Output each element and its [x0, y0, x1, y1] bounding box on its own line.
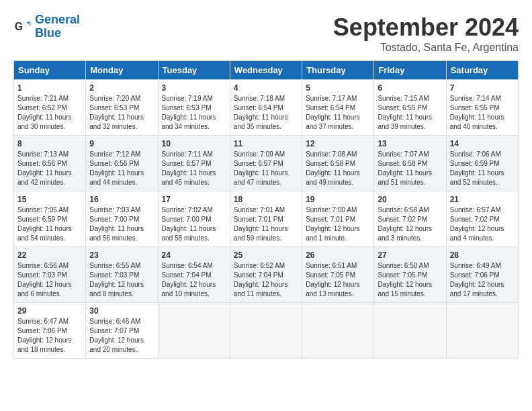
- calendar-cell: [230, 303, 302, 359]
- day-info: Sunrise: 6:46 AMSunset: 7:07 PMDaylight:…: [89, 317, 154, 355]
- day-info: Sunrise: 6:56 AMSunset: 7:03 PMDaylight:…: [17, 261, 82, 299]
- day-number: 6: [378, 83, 442, 93]
- calendar-week-4: 22Sunrise: 6:56 AMSunset: 7:03 PMDayligh…: [14, 247, 519, 303]
- calendar-week-1: 1Sunrise: 7:21 AMSunset: 6:52 PMDaylight…: [14, 80, 519, 136]
- day-info: Sunrise: 7:14 AMSunset: 6:55 PMDaylight:…: [450, 94, 515, 132]
- day-number: 25: [234, 250, 298, 260]
- calendar-cell: [446, 303, 518, 359]
- day-info: Sunrise: 6:47 AMSunset: 7:06 PMDaylight:…: [17, 317, 82, 355]
- calendar-cell: 29Sunrise: 6:47 AMSunset: 7:06 PMDayligh…: [14, 303, 86, 359]
- day-info: Sunrise: 7:01 AMSunset: 7:01 PMDaylight:…: [234, 205, 298, 243]
- header-saturday: Saturday: [446, 61, 518, 80]
- day-info: Sunrise: 7:06 AMSunset: 6:59 PMDaylight:…: [450, 150, 515, 187]
- calendar-cell: 13Sunrise: 7:07 AMSunset: 6:58 PMDayligh…: [374, 136, 446, 191]
- day-number: 21: [450, 195, 515, 204]
- calendar-cell: 20Sunrise: 6:58 AMSunset: 7:02 PMDayligh…: [374, 191, 446, 247]
- calendar-week-2: 8Sunrise: 7:13 AMSunset: 6:56 PMDaylight…: [14, 136, 519, 191]
- calendar-cell: 17Sunrise: 7:02 AMSunset: 7:00 PMDayligh…: [158, 191, 230, 247]
- day-number: 20: [378, 195, 442, 204]
- logo: G General Blue: [13, 13, 80, 40]
- calendar-week-5: 29Sunrise: 6:47 AMSunset: 7:06 PMDayligh…: [14, 303, 519, 359]
- calendar-cell: 4Sunrise: 7:18 AMSunset: 6:54 PMDaylight…: [230, 80, 302, 136]
- header-thursday: Thursday: [302, 61, 374, 80]
- day-info: Sunrise: 6:50 AMSunset: 7:05 PMDaylight:…: [378, 261, 442, 299]
- calendar-cell: 9Sunrise: 7:12 AMSunset: 6:56 PMDaylight…: [86, 136, 158, 191]
- day-info: Sunrise: 7:11 AMSunset: 6:57 PMDaylight:…: [162, 150, 226, 187]
- day-number: 22: [17, 250, 82, 260]
- day-info: Sunrise: 7:02 AMSunset: 7:00 PMDaylight:…: [162, 205, 226, 243]
- calendar-cell: 15Sunrise: 7:05 AMSunset: 6:59 PMDayligh…: [14, 191, 86, 247]
- calendar-cell: 8Sunrise: 7:13 AMSunset: 6:56 PMDaylight…: [14, 136, 86, 191]
- day-number: 27: [378, 250, 442, 260]
- day-number: 8: [17, 139, 82, 148]
- day-info: Sunrise: 6:58 AMSunset: 7:02 PMDaylight:…: [378, 205, 442, 243]
- day-number: 15: [17, 195, 82, 204]
- calendar-cell: 14Sunrise: 7:06 AMSunset: 6:59 PMDayligh…: [446, 136, 518, 191]
- calendar-cell: 28Sunrise: 6:49 AMSunset: 7:06 PMDayligh…: [446, 247, 518, 303]
- header-tuesday: Tuesday: [158, 61, 230, 80]
- day-info: Sunrise: 7:05 AMSunset: 6:59 PMDaylight:…: [17, 205, 82, 243]
- calendar-cell: 23Sunrise: 6:55 AMSunset: 7:03 PMDayligh…: [86, 247, 158, 303]
- day-number: 1: [17, 83, 82, 93]
- location-subtitle: Tostado, Santa Fe, Argentina: [333, 42, 519, 54]
- calendar-cell: 16Sunrise: 7:03 AMSunset: 7:00 PMDayligh…: [86, 191, 158, 247]
- day-number: 10: [162, 139, 226, 148]
- header-sunday: Sunday: [14, 61, 86, 80]
- day-number: 11: [234, 139, 298, 148]
- day-number: 14: [450, 139, 515, 148]
- day-info: Sunrise: 7:08 AMSunset: 6:58 PMDaylight:…: [306, 150, 370, 187]
- day-number: 30: [89, 306, 154, 316]
- svg-text:G: G: [15, 21, 23, 32]
- day-info: Sunrise: 7:09 AMSunset: 6:57 PMDaylight:…: [234, 150, 298, 187]
- calendar-cell: 1Sunrise: 7:21 AMSunset: 6:52 PMDaylight…: [14, 80, 86, 136]
- calendar-cell: 12Sunrise: 7:08 AMSunset: 6:58 PMDayligh…: [302, 136, 374, 191]
- calendar-cell: [158, 303, 230, 359]
- page-header: G General Blue September 2024 Tostado, S…: [13, 13, 519, 54]
- day-info: Sunrise: 6:55 AMSunset: 7:03 PMDaylight:…: [89, 261, 154, 299]
- day-info: Sunrise: 6:54 AMSunset: 7:04 PMDaylight:…: [162, 261, 226, 299]
- day-info: Sunrise: 7:07 AMSunset: 6:58 PMDaylight:…: [378, 150, 442, 187]
- day-number: 4: [234, 83, 298, 93]
- day-number: 5: [306, 83, 370, 93]
- day-number: 12: [306, 139, 370, 148]
- day-info: Sunrise: 6:49 AMSunset: 7:06 PMDaylight:…: [450, 261, 515, 299]
- day-info: Sunrise: 7:15 AMSunset: 6:55 PMDaylight:…: [378, 94, 442, 132]
- calendar-cell: 10Sunrise: 7:11 AMSunset: 6:57 PMDayligh…: [158, 136, 230, 191]
- day-number: 16: [89, 195, 154, 204]
- day-number: 9: [89, 139, 154, 148]
- day-info: Sunrise: 7:03 AMSunset: 7:00 PMDaylight:…: [89, 205, 154, 243]
- calendar-cell: 3Sunrise: 7:19 AMSunset: 6:53 PMDaylight…: [158, 80, 230, 136]
- day-info: Sunrise: 6:57 AMSunset: 7:02 PMDaylight:…: [450, 205, 515, 243]
- header-friday: Friday: [374, 61, 446, 80]
- calendar-cell: [374, 303, 446, 359]
- calendar-cell: 22Sunrise: 6:56 AMSunset: 7:03 PMDayligh…: [14, 247, 86, 303]
- calendar-header: SundayMondayTuesdayWednesdayThursdayFrid…: [14, 61, 519, 80]
- calendar-cell: 26Sunrise: 6:51 AMSunset: 7:05 PMDayligh…: [302, 247, 374, 303]
- calendar-cell: 30Sunrise: 6:46 AMSunset: 7:07 PMDayligh…: [86, 303, 158, 359]
- calendar-cell: 2Sunrise: 7:20 AMSunset: 6:53 PMDaylight…: [86, 80, 158, 136]
- header-row: SundayMondayTuesdayWednesdayThursdayFrid…: [14, 61, 519, 80]
- logo-text: General Blue: [35, 13, 80, 40]
- day-number: 26: [306, 250, 370, 260]
- day-info: Sunrise: 7:13 AMSunset: 6:56 PMDaylight:…: [17, 150, 82, 187]
- day-info: Sunrise: 7:18 AMSunset: 6:54 PMDaylight:…: [234, 94, 298, 132]
- title-block: September 2024 Tostado, Santa Fe, Argent…: [333, 13, 519, 54]
- calendar-cell: 5Sunrise: 7:17 AMSunset: 6:54 PMDaylight…: [302, 80, 374, 136]
- day-info: Sunrise: 7:19 AMSunset: 6:53 PMDaylight:…: [162, 94, 226, 132]
- day-number: 19: [306, 195, 370, 204]
- calendar-cell: 18Sunrise: 7:01 AMSunset: 7:01 PMDayligh…: [230, 191, 302, 247]
- month-title: September 2024: [333, 13, 519, 42]
- calendar-cell: 24Sunrise: 6:54 AMSunset: 7:04 PMDayligh…: [158, 247, 230, 303]
- calendar-cell: 7Sunrise: 7:14 AMSunset: 6:55 PMDaylight…: [446, 80, 518, 136]
- day-info: Sunrise: 7:20 AMSunset: 6:53 PMDaylight:…: [89, 94, 154, 132]
- day-info: Sunrise: 6:51 AMSunset: 7:05 PMDaylight:…: [306, 261, 370, 299]
- day-number: 29: [17, 306, 82, 316]
- calendar-cell: 21Sunrise: 6:57 AMSunset: 7:02 PMDayligh…: [446, 191, 518, 247]
- day-number: 2: [89, 83, 154, 93]
- day-info: Sunrise: 7:17 AMSunset: 6:54 PMDaylight:…: [306, 94, 370, 132]
- day-number: 23: [89, 250, 154, 260]
- day-number: 13: [378, 139, 442, 148]
- calendar-cell: 6Sunrise: 7:15 AMSunset: 6:55 PMDaylight…: [374, 80, 446, 136]
- calendar-cell: [302, 303, 374, 359]
- header-monday: Monday: [86, 61, 158, 80]
